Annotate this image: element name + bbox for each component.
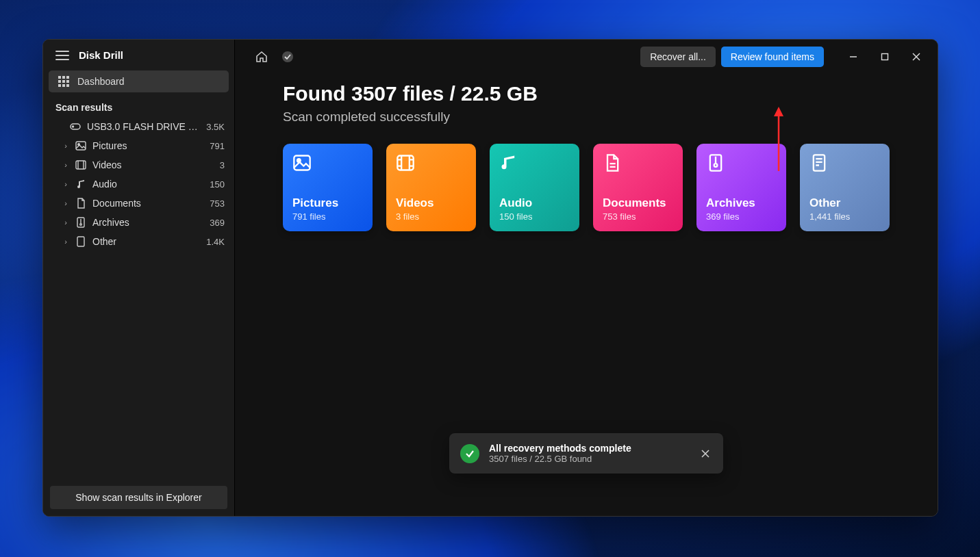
sidebar-item-label: Dashboard bbox=[77, 76, 125, 87]
minimize-button[interactable] bbox=[838, 47, 869, 67]
tree-device-label: USB3.0 FLASH DRIVE US... bbox=[87, 121, 201, 132]
svg-rect-27 bbox=[397, 156, 413, 170]
video-icon bbox=[75, 160, 87, 170]
card-archives[interactable]: Archives 369 files bbox=[696, 144, 786, 231]
tree-count: 753 bbox=[210, 198, 226, 209]
svg-rect-4 bbox=[62, 80, 65, 83]
toast-title: All recovery methods complete bbox=[489, 443, 689, 454]
svg-rect-1 bbox=[62, 76, 65, 79]
file-icon bbox=[75, 236, 87, 247]
recover-all-button[interactable]: Recover all... bbox=[640, 47, 716, 67]
card-title: Documents bbox=[603, 196, 673, 210]
toast-close-button[interactable] bbox=[699, 447, 712, 461]
minimize-icon bbox=[849, 53, 857, 61]
sidebar-item-dashboard[interactable]: Dashboard bbox=[49, 70, 229, 92]
close-icon bbox=[912, 53, 920, 61]
chevron-right-icon: › bbox=[62, 199, 69, 207]
card-documents[interactable]: Documents 753 files bbox=[593, 144, 683, 231]
tree-device-count: 3.5K bbox=[206, 122, 226, 132]
check-circle-icon bbox=[281, 51, 294, 63]
svg-rect-11 bbox=[76, 142, 86, 150]
picture-icon bbox=[292, 153, 312, 172]
hamburger-icon[interactable] bbox=[55, 51, 69, 60]
scan-results-tree: USB3.0 FLASH DRIVE US... 3.5K › Pictures… bbox=[43, 117, 234, 251]
svg-rect-8 bbox=[66, 84, 69, 87]
tree-row-archives[interactable]: › Archives 369 bbox=[47, 213, 230, 232]
picture-icon bbox=[75, 141, 87, 151]
tree-count: 3 bbox=[220, 160, 226, 170]
svg-rect-6 bbox=[58, 84, 61, 87]
video-icon bbox=[396, 153, 415, 172]
card-title: Archives bbox=[706, 196, 777, 210]
tree-device-row[interactable]: USB3.0 FLASH DRIVE US... 3.5K bbox=[47, 117, 230, 136]
document-icon bbox=[603, 153, 622, 172]
file-icon bbox=[809, 153, 829, 172]
card-title: Pictures bbox=[292, 196, 363, 210]
tree-row-pictures[interactable]: › Pictures 791 bbox=[47, 136, 230, 155]
music-icon bbox=[499, 153, 518, 172]
chevron-right-icon: › bbox=[62, 161, 69, 169]
tree-count: 369 bbox=[210, 218, 226, 228]
close-button[interactable] bbox=[901, 47, 932, 67]
toast-notification: All recovery methods complete 3507 files… bbox=[449, 433, 723, 474]
main-pane: Recover all... Review found items Found … bbox=[235, 40, 938, 516]
tree-row-videos[interactable]: › Videos 3 bbox=[47, 155, 230, 174]
card-other[interactable]: Other 1,441 files bbox=[800, 144, 890, 231]
card-subtitle: 791 files bbox=[292, 211, 363, 222]
card-videos[interactable]: Videos 3 files bbox=[386, 144, 476, 231]
home-button[interactable] bbox=[251, 47, 272, 67]
category-cards: Pictures 791 files Videos 3 files Audio bbox=[283, 144, 890, 231]
chevron-right-icon: › bbox=[62, 142, 69, 150]
svg-point-10 bbox=[73, 126, 74, 127]
svg-rect-0 bbox=[58, 76, 61, 79]
svg-rect-19 bbox=[77, 237, 84, 246]
svg-point-38 bbox=[714, 164, 718, 167]
card-title: Audio bbox=[499, 196, 570, 210]
content-area: Found 3507 files / 22.5 GB Scan complete… bbox=[235, 74, 938, 231]
close-icon bbox=[701, 450, 709, 458]
tree-label: Archives bbox=[92, 217, 204, 228]
archive-icon bbox=[706, 153, 725, 172]
card-title: Videos bbox=[396, 196, 466, 210]
svg-rect-13 bbox=[76, 161, 86, 169]
svg-rect-25 bbox=[294, 156, 310, 170]
svg-rect-7 bbox=[62, 84, 65, 87]
app-title: Disk Drill bbox=[79, 49, 123, 61]
svg-rect-22 bbox=[882, 54, 888, 60]
tree-count: 1.4K bbox=[206, 237, 226, 247]
tree-label: Pictures bbox=[92, 140, 204, 151]
card-subtitle: 3 files bbox=[396, 211, 466, 222]
results-headline: Found 3507 files / 22.5 GB bbox=[283, 82, 890, 105]
card-subtitle: 753 files bbox=[603, 211, 673, 222]
status-check-button[interactable] bbox=[277, 47, 298, 67]
topbar: Recover all... Review found items bbox=[235, 40, 938, 74]
card-pictures[interactable]: Pictures 791 files bbox=[283, 144, 373, 231]
card-subtitle: 369 files bbox=[706, 211, 777, 222]
tree-label: Other bbox=[92, 236, 201, 247]
sidebar-section-header: Scan results bbox=[43, 92, 234, 117]
tree-label: Documents bbox=[92, 198, 204, 209]
tree-count: 791 bbox=[210, 141, 226, 151]
review-found-items-button[interactable]: Review found items bbox=[721, 47, 824, 67]
tree-row-other[interactable]: › Other 1.4K bbox=[47, 232, 230, 251]
sidebar: Disk Drill Dashboard Scan results USB3.0… bbox=[43, 40, 235, 516]
results-subhead: Scan completed successfully bbox=[283, 109, 890, 125]
tree-row-audio[interactable]: › Audio 150 bbox=[47, 174, 230, 194]
toast-subtitle: 3507 files / 22.5 GB found bbox=[489, 454, 689, 464]
card-title: Other bbox=[809, 196, 880, 210]
tree-label: Videos bbox=[92, 159, 214, 170]
tree-row-documents[interactable]: › Documents 753 bbox=[47, 194, 230, 213]
show-in-explorer-button[interactable]: Show scan results in Explorer bbox=[50, 486, 227, 509]
chevron-right-icon: › bbox=[62, 180, 69, 188]
card-audio[interactable]: Audio 150 files bbox=[490, 144, 579, 231]
svg-rect-5 bbox=[66, 80, 69, 83]
document-icon bbox=[75, 198, 87, 209]
chevron-right-icon: › bbox=[62, 218, 69, 226]
app-window: Disk Drill Dashboard Scan results USB3.0… bbox=[42, 39, 938, 517]
svg-point-20 bbox=[282, 51, 293, 62]
chevron-right-icon: › bbox=[62, 237, 69, 246]
archive-icon bbox=[75, 217, 87, 228]
maximize-button[interactable] bbox=[869, 47, 901, 67]
maximize-icon bbox=[881, 53, 889, 61]
svg-rect-3 bbox=[58, 80, 61, 83]
